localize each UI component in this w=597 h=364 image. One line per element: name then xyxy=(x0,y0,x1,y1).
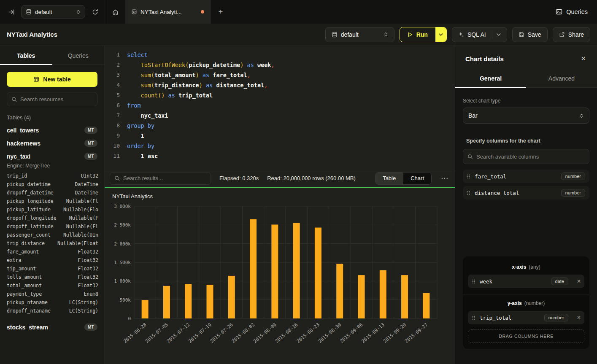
column-row[interactable]: pickup_ntanameLC(String) xyxy=(0,298,104,307)
column-type: Float32 xyxy=(78,266,98,272)
table-item[interactable]: hackernewsMT xyxy=(0,137,104,150)
drag-handle-icon[interactable] xyxy=(467,174,470,179)
sql-editor[interactable]: 1select2 toStartOfWeek(pickup_datetime) … xyxy=(105,46,455,169)
sidebar-tab-queries[interactable]: Queries xyxy=(52,46,105,65)
editor-line[interactable]: 11 1 asc xyxy=(105,151,455,161)
tab-general[interactable]: General xyxy=(455,70,526,87)
chart-type-select[interactable]: Bar xyxy=(463,108,589,124)
column-row[interactable]: dropoff_longitudeNullable(F xyxy=(0,214,104,222)
column-type: Nullable(Flo xyxy=(63,207,98,213)
column-row[interactable]: pickup_longitudeNullable(Fl xyxy=(0,197,104,205)
editor-line[interactable]: 2 toStartOfWeek(pickup_datetime) as week… xyxy=(105,60,455,70)
db-selector[interactable]: default xyxy=(325,27,394,42)
table-name: hackernews xyxy=(7,140,41,147)
table-item[interactable]: cell_towersMT xyxy=(0,124,104,137)
table-item[interactable]: stocks_streamMT xyxy=(0,321,104,334)
sql-ai-button[interactable]: SQL AI xyxy=(452,27,507,42)
sidebar: Tables Queries New table Tables (4) cell… xyxy=(0,46,105,364)
sql-ai-label: SQL AI xyxy=(467,31,486,38)
y-axis-field[interactable]: trip_total number ✕ xyxy=(468,311,584,324)
tab-nytaxi-analytics[interactable]: NYTaxi Analyti... xyxy=(125,0,211,24)
panel-header: Chart details ✕ General Advanced xyxy=(455,46,597,88)
editor-line[interactable]: 9 1 xyxy=(105,131,455,141)
more-options-button[interactable]: ⋯ xyxy=(440,174,449,183)
results-search[interactable] xyxy=(110,172,211,185)
table-item[interactable]: nyc_taxiMT xyxy=(0,150,104,163)
column-row[interactable]: dropoff_latitudeNullable(Fl xyxy=(0,222,104,231)
run-options-caret[interactable] xyxy=(435,27,446,42)
column-row[interactable]: trip_idUInt32 xyxy=(0,172,104,180)
column-row[interactable]: pickup_latitudeNullable(Flo xyxy=(0,205,104,214)
column-row[interactable]: trip_distanceNullable(Float xyxy=(0,239,104,248)
topbar: default NYTaxi Analyti... + xyxy=(0,0,597,24)
refresh-icon[interactable] xyxy=(89,6,100,17)
database-icon xyxy=(332,32,338,38)
drag-handle-icon[interactable] xyxy=(472,279,475,284)
editor-line[interactable]: 5 count() as trip_total xyxy=(105,90,455,100)
x-axis-label: x-axis xyxy=(512,264,526,270)
column-row[interactable]: payment_typeEnum8 xyxy=(0,290,104,298)
editor-line[interactable]: 8group by xyxy=(105,121,455,131)
drag-handle-icon[interactable] xyxy=(472,315,475,321)
chart-details-panel: Chart details ✕ General Advanced Select … xyxy=(455,46,597,364)
chevron-down-icon[interactable] xyxy=(497,33,501,36)
editor-line[interactable]: 10order by xyxy=(105,141,455,151)
column-name: distance_total xyxy=(475,190,519,196)
code-text: from xyxy=(120,100,141,111)
column-row[interactable]: extraFloat32 xyxy=(0,256,104,264)
column-row[interactable]: dropoff_ntanameLC(String) xyxy=(0,307,104,315)
home-tab[interactable] xyxy=(105,0,125,24)
column-type: LC(String) xyxy=(69,308,98,314)
save-button[interactable]: Save xyxy=(512,27,548,42)
svg-text:2015-09-20: 2015-09-20 xyxy=(382,322,407,344)
read-stats-label: Read: 20,000,000 rows (260.00 MB) xyxy=(267,175,356,181)
y-axis-field-name: trip_total xyxy=(480,315,511,321)
column-row[interactable]: passenger_countNullable(UIn xyxy=(0,231,104,239)
editor-line[interactable]: 7 nyc_taxi xyxy=(105,111,455,121)
column-row[interactable]: tip_amountFloat32 xyxy=(0,264,104,273)
column-row[interactable]: tolls_amountFloat32 xyxy=(0,273,104,281)
bar-chart[interactable]: 0500k1 000k1 500k2 000k2 500k3 000k2015-… xyxy=(111,200,448,357)
tab-advanced[interactable]: Advanced xyxy=(526,70,597,87)
view-chart-button[interactable]: Chart xyxy=(403,173,431,184)
run-button[interactable]: Run xyxy=(400,27,447,42)
content-row: Tables Queries New table Tables (4) cell… xyxy=(0,46,597,364)
queries-button[interactable]: Queries xyxy=(556,8,588,15)
share-button[interactable]: Share xyxy=(553,27,590,42)
sidebar-tab-tables[interactable]: Tables xyxy=(0,46,52,65)
editor-line[interactable]: 3 sum(total_amount) as fare_total, xyxy=(105,70,455,80)
search-columns-input[interactable] xyxy=(476,154,585,160)
column-type: Nullable(Fl xyxy=(66,198,98,204)
code-text: sum(total_amount) as fare_total, xyxy=(120,70,251,80)
run-main[interactable]: Run xyxy=(400,27,435,42)
x-axis-field[interactable]: week date ✕ xyxy=(468,275,584,288)
editor-line[interactable]: 4 sum(trip_distance) as distance_total, xyxy=(105,80,455,90)
editor-line[interactable]: 6from xyxy=(105,100,455,111)
remove-x-axis-icon[interactable]: ✕ xyxy=(577,278,581,284)
sidebar-search[interactable] xyxy=(7,92,97,106)
column-row[interactable]: total_amountFloat32 xyxy=(0,281,104,290)
available-column-distance-total[interactable]: distance_total number xyxy=(463,186,589,200)
columns-search[interactable] xyxy=(463,149,589,164)
new-tab-button[interactable]: + xyxy=(211,0,231,24)
remove-y-axis-icon[interactable]: ✕ xyxy=(577,315,581,321)
close-icon[interactable]: ✕ xyxy=(578,54,589,63)
drag-columns-drop-zone[interactable]: DRAG COLUMNS HERE xyxy=(468,329,584,343)
new-table-button[interactable]: New table xyxy=(7,72,97,87)
view-table-button[interactable]: Table xyxy=(375,173,403,184)
search-results-input[interactable] xyxy=(123,175,206,181)
search-resources-input[interactable] xyxy=(20,96,93,102)
column-row[interactable]: fare_amountFloat32 xyxy=(0,248,104,256)
drag-handle-icon[interactable] xyxy=(467,190,470,196)
engine-badge: MT xyxy=(84,324,97,331)
column-row[interactable]: pickup_datetimeDateTime xyxy=(0,180,104,189)
panel-title: Chart details xyxy=(465,55,504,62)
available-column-fare-total[interactable]: fare_total number xyxy=(463,170,589,183)
specify-columns-label: Specify columns for the chart xyxy=(466,138,589,144)
collapse-sidebar-icon[interactable] xyxy=(6,6,17,17)
editor-line[interactable]: 1select xyxy=(105,50,455,60)
column-row[interactable]: dropoff_datetimeDateTime xyxy=(0,189,104,197)
svg-text:2015-06-28: 2015-06-28 xyxy=(122,322,147,344)
topbar-db-selector[interactable]: default xyxy=(21,5,85,19)
table-engine: Engine: MergeTree xyxy=(0,163,104,172)
